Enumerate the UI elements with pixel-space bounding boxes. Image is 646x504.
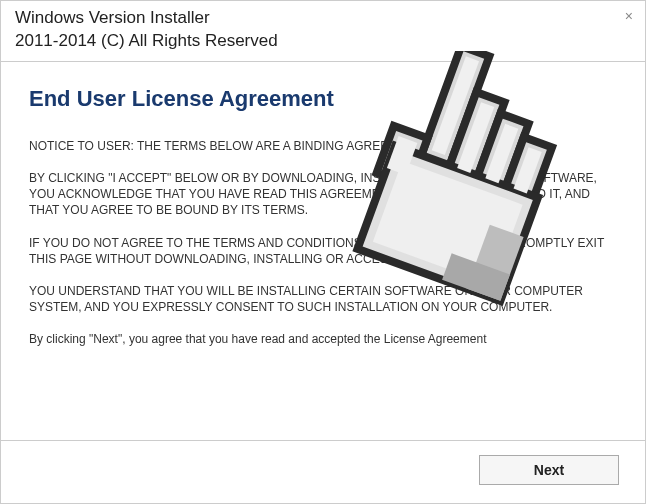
eula-paragraph: By clicking "Next", you agree that you h… [29, 331, 617, 347]
eula-paragraph: YOU UNDERSTAND THAT YOU WILL BE INSTALLI… [29, 283, 617, 315]
window-subtitle: 2011-2014 (C) All Rights Reserved [15, 30, 631, 53]
eula-paragraph: NOTICE TO USER: THE TERMS BELOW ARE A BI… [29, 138, 617, 154]
content-area: End User License Agreement NOTICE TO USE… [1, 62, 645, 374]
installer-window: Windows Version Installer 2011-2014 (C) … [0, 0, 646, 504]
eula-heading: End User License Agreement [29, 86, 617, 112]
titlebar: Windows Version Installer 2011-2014 (C) … [1, 1, 645, 62]
eula-body: NOTICE TO USER: THE TERMS BELOW ARE A BI… [29, 138, 617, 348]
close-icon[interactable]: × [625, 9, 633, 23]
eula-paragraph: IF YOU DO NOT AGREE TO THE TERMS AND CON… [29, 235, 617, 267]
next-button[interactable]: Next [479, 455, 619, 485]
footer: Next [1, 440, 645, 503]
eula-paragraph: BY CLICKING "I ACCEPT" BELOW OR BY DOWNL… [29, 170, 617, 219]
window-title: Windows Version Installer [15, 7, 631, 30]
